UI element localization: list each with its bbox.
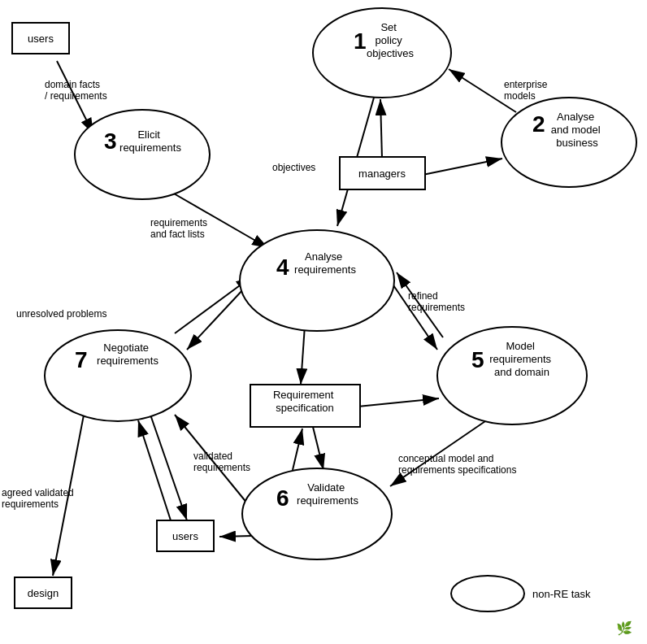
svg-line-10 [301,325,305,385]
label-agreed-validated: agreed validated requirements [2,487,76,510]
node3-number: 3 [104,128,117,154]
svg-line-15 [187,289,244,350]
node7-label: Negotiate requirements [97,342,158,367]
users-top-label: users [28,33,54,45]
node7-number: 7 [75,347,88,372]
label-unresolved: unresolved problems [16,308,106,320]
label-enterprise-models: enterprise models [504,79,550,102]
label-objectives: objectives [272,162,315,173]
svg-line-5 [380,99,382,159]
node3-ellipse [75,110,210,199]
label-domain-facts: domain facts / requirements [45,79,107,102]
svg-line-21 [150,415,187,520]
design-label: design [28,587,59,599]
node5-number: 5 [471,347,484,372]
tree-icon: 🌿 [616,620,632,636]
req-spec-label: Requirement specification [273,389,337,414]
svg-line-11 [358,398,439,407]
managers-label: managers [358,168,406,180]
label-refined-req: refined requirements [408,290,465,313]
label-req-fact-lists: requirements and fact lists [150,217,210,240]
label-validated-req: validated requirements [193,450,250,473]
label-conceptual-model: conceptual model and requirements specif… [398,453,516,476]
legend-ellipse [451,576,524,611]
node2-number: 2 [532,111,545,137]
svg-line-13 [293,429,302,470]
legend-label: non-RE task [532,588,591,600]
users-bottom-label: users [172,530,198,542]
node1-number: 1 [354,28,367,54]
node4-number: 4 [276,255,289,280]
svg-line-14 [313,427,324,470]
svg-line-7 [423,159,502,175]
node2-label: Analyse and model business [551,111,603,149]
diagram: users 1 Set policy objectives 2 Analyse … [0,0,647,644]
node6-number: 6 [276,485,289,511]
node4-ellipse [240,230,394,331]
svg-line-19 [138,420,171,520]
